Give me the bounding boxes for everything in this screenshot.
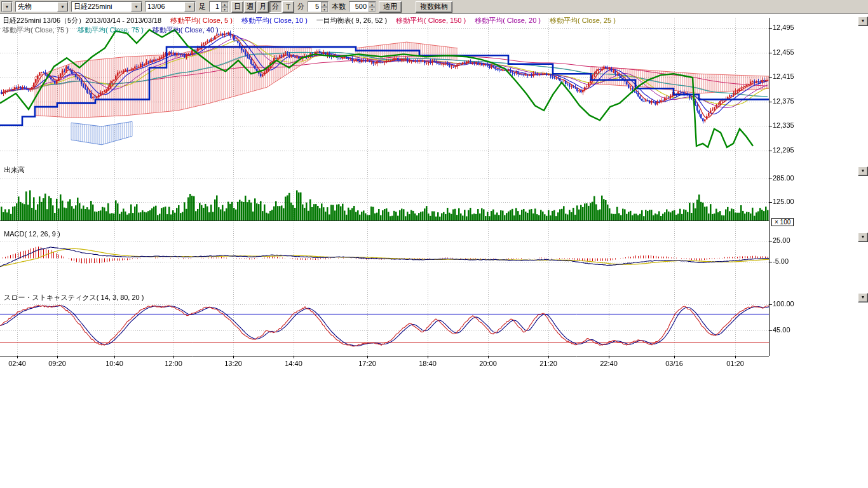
legend-item: 移動平均( Close, 20 ) — [475, 17, 541, 24]
spin-down-icon[interactable]: ▼ — [369, 7, 376, 12]
period-button-T[interactable]: T — [282, 1, 294, 13]
axis-label: 12,335 — [773, 121, 794, 129]
axis-label: 12,415 — [773, 72, 794, 80]
time-axis-label: 22:40 — [600, 360, 618, 367]
legend-item: 移動平均( Close, 5 ) — [170, 17, 233, 24]
contract-value: 13/06 — [146, 2, 184, 11]
time-axis-label: 03/16 — [665, 360, 683, 367]
spin-up-icon[interactable]: ▲ — [321, 2, 328, 7]
time-axis-label: 17:20 — [358, 360, 376, 367]
panel-scroll-down-button[interactable]: ▼ — [858, 166, 868, 176]
spin-up-icon[interactable]: ▲ — [369, 2, 376, 7]
macd-title: MACD( 12, 26, 9 ) — [4, 230, 60, 238]
multi-symbol-button[interactable]: 複数銘柄 — [416, 1, 452, 13]
legend-item: 移動平均( Close, 75 ) — [3, 26, 69, 34]
axis-label: 25.00 — [773, 236, 790, 244]
symbol-combo[interactable]: 日経225mini ▼ — [71, 1, 142, 12]
mini-combo[interactable]: ▼ — [1, 1, 13, 12]
period-button-group: 日週月分T — [231, 1, 294, 13]
stoch-title: スロー・ストキャスティクス( 14, 3, 80, 20 ) — [4, 293, 144, 302]
time-axis-label: 10:40 — [105, 360, 123, 367]
trading-chart-app: ▼ 先物 ▼ 日経225mini ▼ 13/06 ▼ 足 1 ▲▼ 日週月分T … — [0, 0, 868, 488]
chevron-down-icon[interactable]: ▼ — [131, 2, 142, 11]
time-axis-label: 21:20 — [539, 360, 557, 367]
axis-label: 100.00 — [773, 300, 794, 308]
legend-item: 移動平均( Close, 150 ) — [396, 17, 466, 24]
panel-scroll-down-button[interactable]: ▼ — [858, 17, 868, 26]
period-button-週[interactable]: 週 — [244, 1, 256, 13]
spin-down-icon[interactable]: ▼ — [221, 7, 228, 12]
panel-scroll-down-button[interactable]: ▼ — [858, 233, 868, 242]
period-button-日[interactable]: 日 — [231, 1, 243, 13]
minute-spinner[interactable]: 5 ▲▼ — [308, 1, 329, 12]
chevron-down-icon[interactable]: ▼ — [2, 2, 12, 11]
time-axis-label: 09:20 — [48, 360, 66, 367]
category-combo[interactable]: 先物 ▼ — [15, 1, 69, 12]
minute-value: 5 — [308, 2, 321, 11]
legend-row-2: 移動平均( Close, 75 )移動平均( Close, 75 )移動平均( … — [3, 26, 227, 34]
axis-label: 125.00 — [773, 198, 794, 205]
axis-label: 12,455 — [773, 48, 794, 56]
chevron-down-icon[interactable]: ▼ — [184, 2, 195, 11]
axis-label: -5.00 — [773, 257, 789, 265]
time-axis-label: 13:20 — [224, 360, 242, 367]
axis-label: 12,375 — [773, 97, 794, 105]
interval-spinner[interactable]: 1 ▲▼ — [209, 1, 229, 12]
legend-row-1: 日経225mini 13/06（5分）2013/03/14 - 2013/03/… — [3, 17, 625, 25]
volume-multiplier-badge: × 100 — [771, 218, 794, 226]
legend-item: 移動平均( Close, 10 ) — [241, 17, 308, 24]
bars-value: 500 — [349, 2, 369, 11]
ashi-label: 足 — [198, 2, 207, 11]
panel-scroll-down-button[interactable]: ▼ — [858, 293, 868, 302]
period-button-分[interactable]: 分 — [269, 1, 281, 13]
minute-label: 分 — [297, 2, 305, 11]
axis-label: 45.00 — [773, 326, 790, 334]
contract-combo[interactable]: 13/06 ▼ — [145, 1, 196, 12]
legend-item: 日経225mini 13/06（5分）2013/03/14 - 2013/03/… — [3, 17, 161, 24]
bars-label: 本数 — [331, 2, 346, 11]
time-axis-label: 14:40 — [285, 360, 302, 367]
legend-item: 移動平均( Close, 40 ) — [153, 26, 219, 34]
spin-down-icon[interactable]: ▼ — [321, 7, 328, 12]
bars-spinner[interactable]: 500 ▲▼ — [349, 1, 376, 12]
axis-label: 12,495 — [773, 24, 794, 31]
toolbar: ▼ 先物 ▼ 日経225mini ▼ 13/06 ▼ 足 1 ▲▼ 日週月分T … — [0, 0, 868, 14]
time-axis-label: 01:20 — [726, 360, 744, 367]
legend-item: 移動平均( Close, 25 ) — [550, 17, 616, 24]
time-axis-label: 20:00 — [479, 360, 497, 367]
legend-item: 一目均衡表( 9, 26, 52 ) — [316, 17, 387, 24]
legend-item: 移動平均( Close, 75 ) — [78, 26, 144, 34]
time-axis-label: 12:00 — [165, 360, 182, 367]
time-axis-label: 02:40 — [8, 360, 26, 367]
volume-title: 出来高 — [4, 165, 25, 175]
chart-canvas[interactable] — [0, 0, 868, 488]
axis-label: 12,295 — [773, 146, 794, 154]
period-button-月[interactable]: 月 — [257, 1, 269, 13]
category-value: 先物 — [16, 2, 57, 11]
spin-up-icon[interactable]: ▲ — [221, 2, 228, 7]
apply-button[interactable]: 適用 — [379, 1, 402, 13]
axis-label: 285.00 — [773, 174, 794, 182]
chevron-down-icon[interactable]: ▼ — [57, 2, 68, 11]
interval-value: 1 — [210, 2, 221, 11]
time-axis-label: 18:40 — [419, 360, 437, 367]
symbol-value: 日経225mini — [72, 2, 131, 11]
